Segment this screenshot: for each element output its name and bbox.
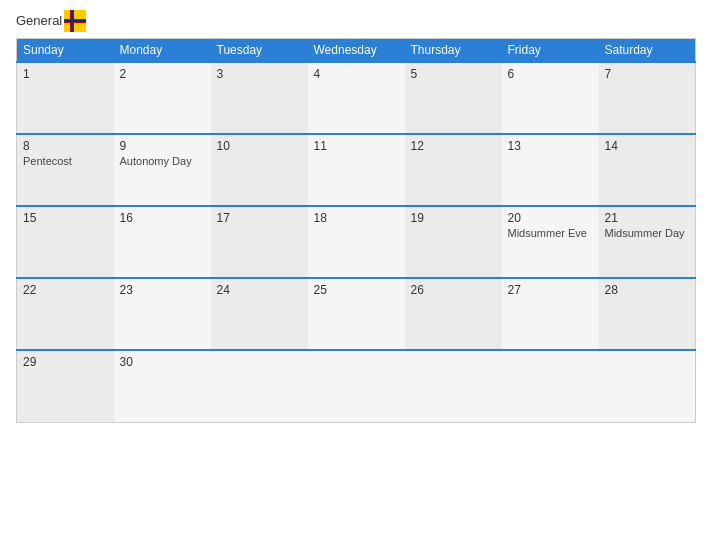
calendar-week-5: 2930: [17, 350, 696, 422]
day-number: 22: [23, 283, 108, 297]
day-number: 17: [217, 211, 302, 225]
calendar-cell: 29: [17, 350, 114, 422]
calendar-week-4: 22232425262728: [17, 278, 696, 350]
calendar-event: Midsummer Eve: [508, 227, 593, 239]
calendar-cell: 5: [405, 62, 502, 134]
calendar-event: Pentecost: [23, 155, 108, 167]
day-number: 13: [508, 139, 593, 153]
day-number: 16: [120, 211, 205, 225]
day-number: 24: [217, 283, 302, 297]
calendar-cell: 26: [405, 278, 502, 350]
day-header-tuesday: Tuesday: [211, 39, 308, 63]
calendar-cell: 3: [211, 62, 308, 134]
calendar-cell: [405, 350, 502, 422]
calendar-cell: 9Autonomy Day: [114, 134, 211, 206]
day-number: 27: [508, 283, 593, 297]
day-number: 10: [217, 139, 302, 153]
day-number: 30: [120, 355, 205, 369]
calendar-cell: 12: [405, 134, 502, 206]
calendar-cell: 17: [211, 206, 308, 278]
calendar-cell: 8Pentecost: [17, 134, 114, 206]
calendar-cell: 4: [308, 62, 405, 134]
calendar-cell: 19: [405, 206, 502, 278]
logo: General: [16, 10, 86, 32]
day-number: 20: [508, 211, 593, 225]
calendar-cell: 22: [17, 278, 114, 350]
calendar-cell: 13: [502, 134, 599, 206]
calendar-cell: 23: [114, 278, 211, 350]
page-header: General: [16, 10, 696, 32]
calendar-cell: [211, 350, 308, 422]
calendar-cell: 1: [17, 62, 114, 134]
logo-text: General: [16, 14, 62, 28]
day-number: 28: [605, 283, 690, 297]
calendar-event: Autonomy Day: [120, 155, 205, 167]
calendar-event: Midsummer Day: [605, 227, 690, 239]
day-number: 1: [23, 67, 108, 81]
day-number: 25: [314, 283, 399, 297]
day-number: 15: [23, 211, 108, 225]
day-number: 19: [411, 211, 496, 225]
calendar-cell: 24: [211, 278, 308, 350]
day-number: 29: [23, 355, 108, 369]
calendar-header-row: SundayMondayTuesdayWednesdayThursdayFrid…: [17, 39, 696, 63]
calendar-cell: 21Midsummer Day: [599, 206, 696, 278]
day-header-sunday: Sunday: [17, 39, 114, 63]
day-number: 23: [120, 283, 205, 297]
day-number: 5: [411, 67, 496, 81]
calendar-week-1: 1234567: [17, 62, 696, 134]
day-number: 12: [411, 139, 496, 153]
day-number: 11: [314, 139, 399, 153]
calendar-cell: 15: [17, 206, 114, 278]
day-number: 26: [411, 283, 496, 297]
calendar-week-2: 8Pentecost9Autonomy Day1011121314: [17, 134, 696, 206]
day-number: 7: [605, 67, 690, 81]
day-number: 2: [120, 67, 205, 81]
day-number: 8: [23, 139, 108, 153]
calendar-cell: 27: [502, 278, 599, 350]
calendar-cell: 10: [211, 134, 308, 206]
day-number: 3: [217, 67, 302, 81]
day-number: 9: [120, 139, 205, 153]
day-number: 18: [314, 211, 399, 225]
calendar-cell: 11: [308, 134, 405, 206]
calendar-cell: 6: [502, 62, 599, 134]
calendar-cell: [599, 350, 696, 422]
day-header-monday: Monday: [114, 39, 211, 63]
logo-flag-icon: [64, 10, 86, 32]
day-header-friday: Friday: [502, 39, 599, 63]
calendar-cell: 25: [308, 278, 405, 350]
calendar-cell: [502, 350, 599, 422]
calendar-cell: 14: [599, 134, 696, 206]
day-number: 14: [605, 139, 690, 153]
day-header-thursday: Thursday: [405, 39, 502, 63]
calendar-week-3: 151617181920Midsummer Eve21Midsummer Day: [17, 206, 696, 278]
day-number: 6: [508, 67, 593, 81]
calendar-cell: 20Midsummer Eve: [502, 206, 599, 278]
day-number: 21: [605, 211, 690, 225]
calendar-table: SundayMondayTuesdayWednesdayThursdayFrid…: [16, 38, 696, 423]
calendar-cell: 30: [114, 350, 211, 422]
day-header-wednesday: Wednesday: [308, 39, 405, 63]
calendar-cell: 7: [599, 62, 696, 134]
day-number: 4: [314, 67, 399, 81]
calendar-cell: 16: [114, 206, 211, 278]
calendar-cell: [308, 350, 405, 422]
calendar-cell: 18: [308, 206, 405, 278]
svg-rect-4: [64, 20, 86, 22]
day-header-saturday: Saturday: [599, 39, 696, 63]
calendar-cell: 2: [114, 62, 211, 134]
calendar-cell: 28: [599, 278, 696, 350]
